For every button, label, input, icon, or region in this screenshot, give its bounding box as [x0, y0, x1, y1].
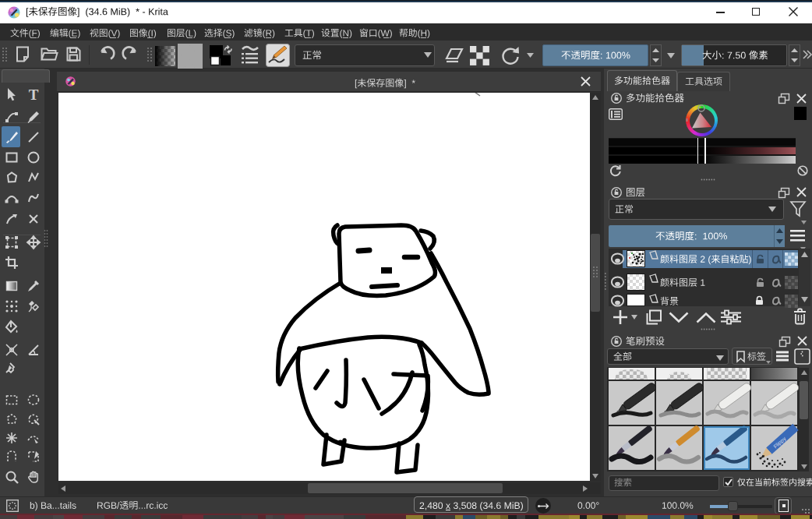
- svg-text:T: T: [29, 86, 39, 103]
